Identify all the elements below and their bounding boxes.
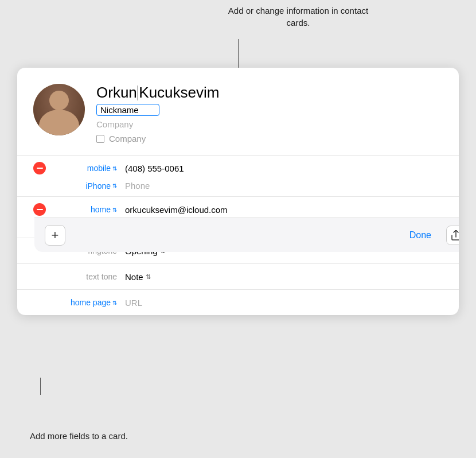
texttone-value[interactable]: Note ⇅ bbox=[117, 272, 443, 282]
texttone-label-text: text tone bbox=[86, 272, 117, 281]
email-label-group: home ⇅ bbox=[54, 205, 117, 214]
share-icon bbox=[451, 230, 459, 240]
homepage-field-group: home page ⇅ URL bbox=[17, 289, 459, 315]
share-button[interactable] bbox=[446, 226, 459, 245]
card-header: Orkun Kucuksevim Nickname Company Compan… bbox=[17, 68, 459, 155]
avatar-image bbox=[33, 84, 85, 135]
phone-label-text: mobile bbox=[87, 164, 111, 173]
done-button[interactable]: Done bbox=[401, 227, 439, 244]
phone-label[interactable]: mobile ⇅ bbox=[87, 164, 117, 173]
email-label[interactable]: home ⇅ bbox=[91, 205, 117, 214]
company-checkbox[interactable] bbox=[96, 135, 104, 143]
texttone-label-group: text tone bbox=[54, 272, 117, 281]
email-label-text: home bbox=[91, 205, 111, 214]
company-row: Company bbox=[96, 134, 443, 143]
bottom-annotation-line bbox=[40, 378, 41, 395]
contact-name: Orkun Kucuksevim bbox=[96, 84, 443, 102]
contact-info: Orkun Kucuksevim Nickname Company Compan… bbox=[96, 84, 443, 143]
toolbar-right: Done bbox=[401, 226, 459, 245]
first-name[interactable]: Orkun bbox=[96, 84, 137, 102]
delete-phone-button[interactable] bbox=[33, 162, 46, 174]
homepage-chevron: ⇅ bbox=[112, 300, 117, 306]
page-wrapper: Add or change information in contact car… bbox=[0, 0, 476, 458]
phone-value[interactable]: (408) 555-0061 bbox=[117, 164, 443, 173]
nickname-field[interactable]: Nickname bbox=[96, 104, 159, 116]
contact-card: Orkun Kucuksevim Nickname Company Compan… bbox=[17, 68, 459, 315]
iphone-label[interactable]: iPhone ⇅ bbox=[85, 181, 117, 191]
homepage-label-text: home page bbox=[71, 298, 111, 307]
last-name[interactable]: Kucuksevim bbox=[139, 84, 219, 102]
company-label: Company bbox=[109, 134, 146, 143]
email-label-chevron: ⇅ bbox=[112, 207, 117, 213]
homepage-row: home page ⇅ URL bbox=[17, 290, 459, 315]
phone-label-group: mobile ⇅ bbox=[54, 164, 117, 173]
tooltip-text: Add or change information in contact car… bbox=[224, 5, 373, 29]
homepage-value[interactable]: URL bbox=[117, 298, 443, 308]
texttone-chevron: ⇅ bbox=[146, 273, 151, 281]
phone-placeholder[interactable]: Phone bbox=[117, 181, 443, 191]
card-toolbar: + Done bbox=[34, 218, 459, 252]
iphone-label-group: iPhone ⇅ bbox=[54, 181, 117, 191]
phone-field-group: mobile ⇅ (408) 555-0061 iPhone ⇅ Phone bbox=[17, 155, 459, 196]
company-placeholder: Company bbox=[96, 119, 443, 129]
iphone-label-chevron: ⇅ bbox=[112, 183, 117, 189]
cursor bbox=[138, 86, 139, 100]
iphone-label-text: iPhone bbox=[85, 181, 111, 191]
phone-sub-row: iPhone ⇅ Phone bbox=[17, 181, 459, 196]
texttone-label: text tone bbox=[86, 272, 117, 281]
phone-row: mobile ⇅ (408) 555-0061 bbox=[17, 156, 459, 181]
texttone-field-group: text tone Note ⇅ bbox=[17, 263, 459, 289]
texttone-row: text tone Note ⇅ bbox=[17, 264, 459, 289]
homepage-label[interactable]: home page ⇅ bbox=[71, 298, 117, 307]
homepage-label-group: home page ⇅ bbox=[54, 298, 117, 307]
delete-email-button[interactable] bbox=[33, 203, 46, 216]
avatar bbox=[33, 84, 85, 135]
texttone-value-text: Note bbox=[125, 272, 143, 282]
bottom-annotation-text: Add more fields to a card. bbox=[30, 431, 128, 441]
email-value[interactable]: orkucuksevim@icloud.com bbox=[117, 205, 443, 215]
add-field-button[interactable]: + bbox=[45, 225, 65, 246]
phone-label-chevron: ⇅ bbox=[112, 165, 117, 172]
